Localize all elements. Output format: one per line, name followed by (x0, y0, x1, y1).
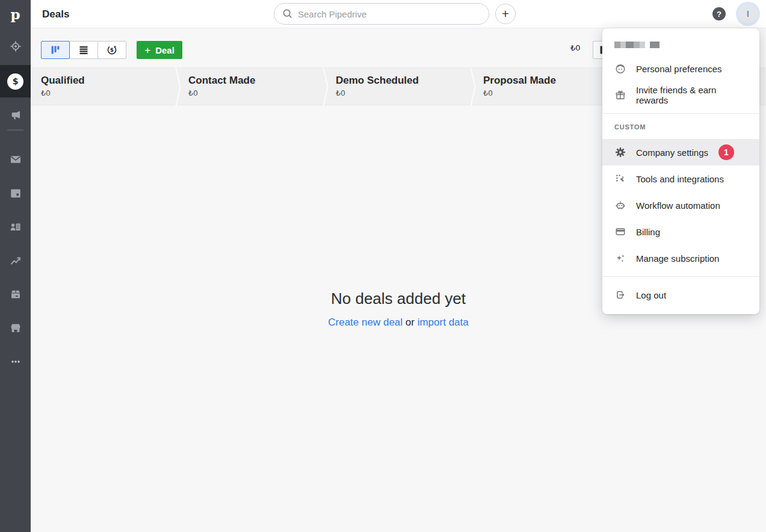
menu-item-billing[interactable]: Billing (602, 218, 759, 245)
forecast-icon: $ (107, 45, 117, 55)
pipedrive-logo[interactable]: p (0, 0, 31, 28)
list-view-button[interactable] (69, 41, 98, 59)
stage-column-proposal-made: Proposal Made ₺0 (473, 68, 620, 106)
add-deal-button[interactable]: + Deal (137, 41, 182, 59)
quick-add-button[interactable]: + (495, 4, 516, 24)
products-box-icon (9, 288, 22, 301)
stage-label: Contact Made (188, 75, 326, 87)
stage-column-contact-made: Contact Made ₺0 (178, 68, 326, 106)
forecast-view-button[interactable]: $ (97, 41, 126, 59)
top-bar: Deals + ? I (31, 0, 766, 28)
kanban-icon (51, 45, 60, 55)
sidebar-item-insights[interactable] (0, 246, 31, 276)
menu-item-log-out[interactable]: Log out (602, 282, 759, 308)
menu-item-label: Billing (636, 227, 660, 237)
link-separator: or (406, 317, 415, 328)
menu-item-invite-friends[interactable]: Invite friends & earn rewards (602, 82, 759, 108)
app-sidebar: p $ (0, 0, 31, 532)
deals-coin-icon: $ (7, 73, 23, 90)
menu-item-company-settings[interactable]: Company settings 1 (602, 139, 759, 165)
credit-card-icon (614, 226, 626, 238)
plus-icon: + (144, 45, 150, 55)
sidebar-item-deals[interactable]: $ (0, 65, 31, 97)
help-button[interactable]: ? (712, 7, 726, 20)
add-deal-label: Deal (155, 45, 175, 55)
stage-label: Qualified (41, 75, 178, 87)
list-icon (79, 45, 88, 55)
gear-icon (614, 146, 626, 158)
logout-icon (614, 289, 626, 301)
annotation-badge: 1 (718, 144, 734, 160)
stage-label: Demo Scheduled (336, 75, 473, 87)
import-data-link[interactable]: import data (418, 317, 469, 328)
gift-icon (614, 89, 626, 101)
face-icon (614, 63, 626, 75)
leads-target-icon (9, 40, 22, 53)
menu-item-label: Manage subscription (636, 253, 719, 264)
menu-item-label: Workflow automation (636, 200, 720, 211)
menu-item-label: Invite friends & earn rewards (636, 85, 747, 105)
menu-divider (602, 113, 759, 114)
global-search[interactable] (274, 3, 489, 25)
sidebar-item-contacts[interactable] (0, 212, 31, 242)
sidebar-item-calendar[interactable] (0, 178, 31, 208)
sidebar-item-campaigns[interactable] (0, 100, 31, 130)
search-input[interactable] (298, 9, 489, 19)
menu-item-label: Company settings (636, 147, 708, 158)
menu-item-label: Tools and integrations (636, 174, 724, 184)
menu-item-label: Personal preferences (636, 64, 722, 74)
contacts-icon (9, 220, 22, 234)
robot-icon (614, 199, 626, 211)
marketplace-storefront-icon (9, 321, 22, 335)
menu-section-label: CUSTOM (614, 123, 747, 131)
calendar-icon (9, 187, 22, 200)
svg-text:$: $ (110, 47, 114, 53)
stage-value: ₺0 (483, 88, 620, 97)
avatar[interactable]: I (738, 4, 758, 23)
pipeline-summary-value: ₺0 (570, 43, 581, 52)
sidebar-item-products[interactable] (0, 279, 31, 309)
more-ellipsis-icon (9, 355, 22, 368)
account-dropdown-menu: Personal preferences Invite friends & ea… (602, 28, 759, 314)
create-new-deal-link[interactable]: Create new deal (328, 317, 403, 328)
page-title: Deals (42, 0, 69, 28)
megaphone-icon (9, 108, 22, 122)
stage-value: ₺0 (41, 88, 178, 97)
sidebar-item-leads[interactable] (0, 31, 31, 61)
sidebar-item-marketplace[interactable] (0, 313, 31, 343)
insights-chart-icon (9, 254, 22, 267)
sidebar-item-more[interactable] (0, 347, 31, 377)
sidebar-divider (7, 129, 23, 131)
stage-value: ₺0 (188, 88, 326, 97)
sidebar-item-mail[interactable] (0, 144, 31, 175)
menu-item-personal-preferences[interactable]: Personal preferences (602, 55, 759, 82)
sparkles-icon (614, 252, 626, 264)
menu-divider (602, 276, 759, 277)
redacted-user-name (614, 42, 747, 48)
stage-label: Proposal Made (483, 75, 620, 87)
menu-item-label: Log out (636, 290, 666, 300)
search-icon (282, 8, 293, 19)
kanban-view-button[interactable] (41, 41, 70, 59)
stage-column-qualified: Qualified ₺0 (31, 68, 178, 106)
mail-icon (9, 153, 22, 166)
stage-column-demo-scheduled: Demo Scheduled ₺0 (326, 68, 473, 106)
view-toggle-group: $ (41, 41, 126, 59)
menu-item-workflow-automation[interactable]: Workflow automation (602, 192, 759, 218)
menu-item-manage-subscription[interactable]: Manage subscription (602, 245, 759, 271)
menu-item-tools-integrations[interactable]: Tools and integrations (602, 165, 759, 192)
stage-value: ₺0 (336, 88, 473, 97)
tools-icon (614, 173, 626, 185)
